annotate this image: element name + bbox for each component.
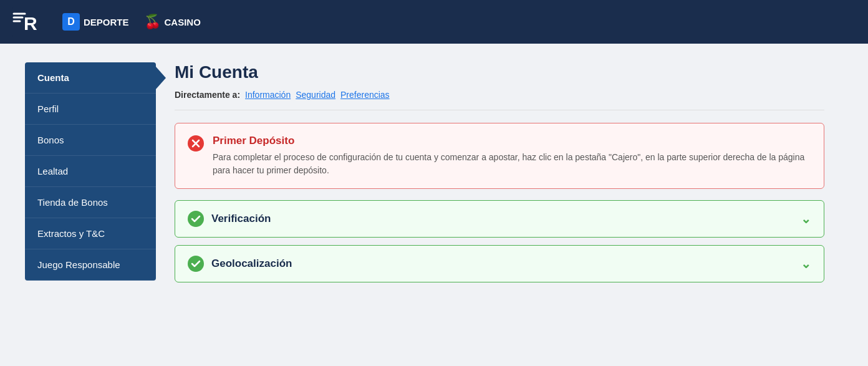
section-left: Geolocalización: [188, 256, 292, 272]
logo[interactable]: R: [12, 6, 47, 37]
header: R D DEPORTE 🍒 CASINO: [0, 0, 868, 44]
breadcrumb: Directamente a: Información Seguridad Pr…: [175, 90, 824, 110]
nav-deporte-label: DEPORTE: [84, 17, 129, 27]
main-layout: Cuenta Perfil Bonos Lealtad Tienda de Bo…: [0, 44, 868, 309]
chevron-down-icon: ⌄: [801, 211, 811, 226]
nav-casino[interactable]: 🍒 CASINO: [144, 14, 201, 30]
main-content: Mi Cuenta Directamente a: Información Se…: [156, 62, 843, 290]
verificacion-section[interactable]: Verificación ⌄: [175, 200, 824, 238]
section-left: Verificación: [188, 211, 271, 227]
svg-point-9: [188, 256, 204, 272]
sidebar-item-bonos[interactable]: Bonos: [25, 125, 156, 156]
sidebar-item-tienda[interactable]: Tienda de Bonos: [25, 187, 156, 218]
deporte-icon: D: [62, 13, 80, 31]
breadcrumb-label: Directamente a:: [175, 90, 240, 100]
check-icon: [188, 256, 204, 272]
sidebar-item-label: Perfil: [37, 104, 59, 114]
nav-casino-label: CASINO: [165, 17, 201, 27]
page-title: Mi Cuenta: [175, 62, 824, 82]
sidebar-item-juego[interactable]: Juego Responsable: [25, 249, 156, 281]
sidebar-item-label: Juego Responsable: [37, 259, 120, 270]
sidebar-item-lealtad[interactable]: Lealtad: [25, 156, 156, 187]
sidebar-item-label: Tienda de Bonos: [37, 197, 108, 208]
geolocalizacion-title: Geolocalización: [211, 258, 292, 270]
breadcrumb-informacion[interactable]: Información: [245, 90, 291, 100]
geolocalizacion-section[interactable]: Geolocalización ⌄: [175, 245, 824, 282]
svg-text:R: R: [24, 13, 37, 34]
svg-point-8: [188, 211, 204, 227]
alert-body: Para completar el proceso de configuraci…: [213, 151, 811, 177]
chevron-down-icon: ⌄: [801, 256, 811, 271]
sidebar-item-perfil[interactable]: Perfil: [25, 94, 156, 125]
nav-deporte[interactable]: D DEPORTE: [62, 13, 129, 31]
sidebar-item-cuenta[interactable]: Cuenta: [25, 62, 156, 94]
breadcrumb-seguridad[interactable]: Seguridad: [296, 90, 335, 100]
sidebar: Cuenta Perfil Bonos Lealtad Tienda de Bo…: [25, 62, 156, 290]
sidebar-item-label: Cuenta: [37, 72, 69, 83]
sidebar-item-label: Extractos y T&C: [37, 228, 105, 239]
alert-content: Primer Depósito Para completar el proces…: [213, 135, 811, 177]
primer-deposito-alert: Primer Depósito Para completar el proces…: [175, 123, 824, 189]
sidebar-item-label: Bonos: [37, 135, 64, 145]
breadcrumb-preferencias[interactable]: Preferencias: [340, 90, 390, 100]
sidebar-item-label: Lealtad: [37, 166, 68, 176]
cherry-icon: 🍒: [144, 14, 161, 30]
error-icon: [188, 135, 204, 152]
verificacion-title: Verificación: [211, 213, 271, 225]
alert-title: Primer Depósito: [213, 135, 811, 147]
sidebar-item-extractos[interactable]: Extractos y T&C: [25, 218, 156, 249]
check-icon: [188, 211, 204, 227]
